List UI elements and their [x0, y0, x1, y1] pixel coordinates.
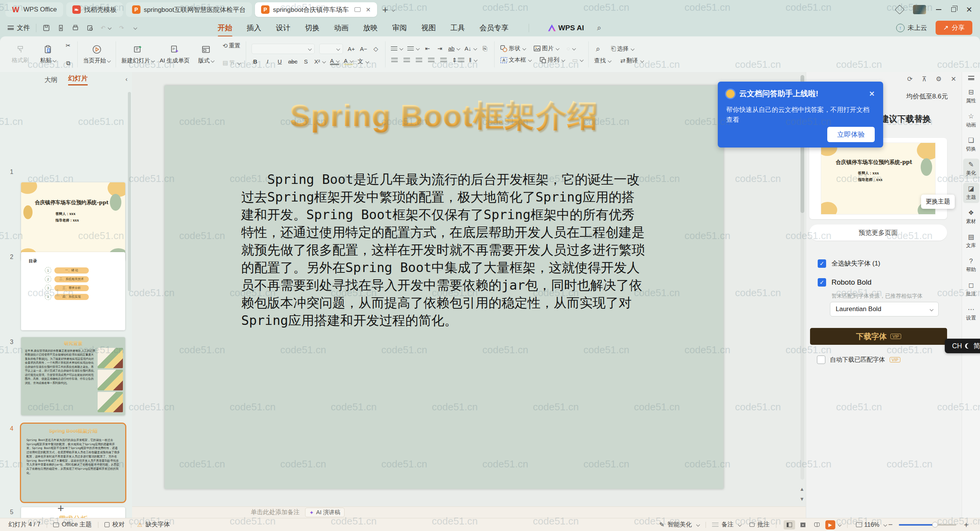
- reset-button[interactable]: ⟲重置: [222, 42, 240, 49]
- proofing-button[interactable]: 校对: [105, 521, 125, 529]
- menu-home[interactable]: 开始: [217, 20, 233, 36]
- arrange-button[interactable]: 排列: [539, 56, 565, 64]
- menu-review[interactable]: 审阅: [392, 20, 408, 36]
- bullets-button[interactable]: [391, 46, 403, 51]
- slide-thumbnail-5[interactable]: 需求分析: [21, 507, 125, 518]
- zoom-slider[interactable]: [899, 524, 956, 526]
- rail-properties[interactable]: ⊟属性: [963, 86, 979, 107]
- preview-more-button[interactable]: 预览更多页面: [809, 225, 947, 241]
- font-color-button[interactable]: A: [330, 58, 339, 65]
- ai-speech-button[interactable]: ✦ AI 演讲稿: [305, 508, 345, 517]
- next-slide-button[interactable]: ▼: [799, 495, 805, 503]
- collapse-panel-icon[interactable]: ‹: [126, 76, 127, 83]
- rail-beautify[interactable]: ✎美化: [963, 159, 979, 179]
- increase-indent-button[interactable]: ⇥: [436, 45, 444, 52]
- rail-theme[interactable]: ◪主题: [963, 183, 979, 203]
- menu-view[interactable]: 视图: [421, 20, 437, 36]
- rail-assets[interactable]: ❖素材: [963, 207, 979, 227]
- export-icon[interactable]: [57, 24, 65, 32]
- try-now-button[interactable]: 立即体验: [827, 127, 875, 142]
- phonetic-guide-button[interactable]: ab: [448, 45, 460, 52]
- align-right-button[interactable]: [415, 58, 423, 62]
- rail-library[interactable]: ▤文库: [963, 231, 979, 251]
- clear-format-icon[interactable]: ◇: [372, 45, 380, 52]
- notes-button[interactable]: 备注: [712, 521, 741, 529]
- menu-animation[interactable]: 动画: [333, 20, 350, 36]
- sidebar-scrollbar[interactable]: [128, 92, 131, 291]
- tab-docer-templates[interactable]: ❧ 找稻壳模板: [66, 2, 123, 17]
- similar-font-select[interactable]: Laurentian Bold: [830, 302, 939, 316]
- play-from-current-button[interactable]: 当页开始: [83, 44, 110, 64]
- print-preview-icon[interactable]: [86, 24, 94, 32]
- font-size-select[interactable]: [319, 44, 343, 54]
- redo-icon[interactable]: ↷: [118, 25, 126, 31]
- zoom-in-button[interactable]: ＋: [961, 520, 972, 530]
- select-all-fonts-row[interactable]: ✓ 全选缺失字体 (1): [818, 259, 880, 268]
- minimize-button[interactable]: [936, 9, 941, 10]
- undo-icon[interactable]: ↶: [101, 25, 111, 31]
- rail-transition[interactable]: ❏切换: [963, 134, 979, 155]
- menu-insert[interactable]: 插入: [246, 20, 262, 36]
- tab-wps-home[interactable]: W WPS Office: [5, 2, 63, 17]
- strikethrough-button[interactable]: abc: [288, 58, 297, 65]
- zoom-level[interactable]: 116%: [864, 521, 887, 528]
- find-button[interactable]: 查找: [594, 57, 611, 64]
- menu-design[interactable]: 设计: [275, 20, 291, 36]
- slide-thumbnail-1[interactable]: 合庆镇停车场车位预约系统-ppt 答辩人：xxx 指导老师：xxx: [21, 182, 125, 261]
- checkbox-unchecked-icon[interactable]: ✓: [817, 356, 825, 364]
- slideshow-play-button[interactable]: ▶: [825, 520, 835, 529]
- ai-generate-page-button[interactable]: P AI 生成单页: [160, 44, 189, 64]
- save-icon[interactable]: [42, 24, 50, 32]
- rail-settings[interactable]: ⋯设置: [963, 303, 979, 324]
- outline-color-button[interactable]: ▭: [572, 57, 583, 64]
- pinyin-button[interactable]: 文: [358, 58, 369, 65]
- highlight-button[interactable]: A: [344, 58, 353, 65]
- menu-member[interactable]: 会员专享: [479, 20, 510, 36]
- rail-help[interactable]: ?帮助: [963, 255, 979, 275]
- zoom-slider-knob[interactable]: [932, 522, 938, 528]
- current-slide[interactable]: Spring Boot框架介绍 Spring Boot是近几年最为流行的后台开发…: [165, 85, 724, 489]
- justify-button[interactable]: [428, 58, 435, 62]
- checkbox-checked-icon[interactable]: ✓: [818, 278, 826, 287]
- slide-body-text[interactable]: Spring Boot是近几年最为流行的后台开发框架，它的诞生一改过去Sprin…: [241, 170, 647, 329]
- copy-icon[interactable]: ⧉: [64, 60, 72, 67]
- tab-document-parking[interactable]: P springboot合庆镇停车场车 ✕: [255, 2, 377, 17]
- format-painter-button[interactable]: 格式刷: [9, 45, 31, 64]
- rail-animation[interactable]: ☆动画: [963, 110, 979, 131]
- normal-view-button[interactable]: [784, 520, 795, 529]
- paste-button[interactable]: 粘贴: [37, 45, 59, 64]
- shapes-button[interactable]: 形状: [500, 45, 526, 52]
- smart-beautify-button[interactable]: ✎智能美化: [659, 521, 699, 529]
- tab-list-chevron-icon[interactable]: [391, 8, 395, 11]
- italic-button[interactable]: I: [264, 58, 271, 65]
- layout-button[interactable]: 版式: [195, 44, 217, 64]
- find-search-icon[interactable]: ⌕: [594, 44, 602, 53]
- present-monitor-icon[interactable]: [354, 7, 361, 12]
- slide-thumbnail-2[interactable]: 目录 1一、绪 论 2二、系统相关技术 3三、需求分析 4四、系统实现: [21, 252, 125, 330]
- play-options-chevron-icon[interactable]: [838, 523, 841, 527]
- new-slide-button[interactable]: 新建幻灯片: [121, 44, 154, 64]
- zoom-out-button[interactable]: −: [887, 520, 894, 529]
- download-font-button[interactable]: 下载字体 VIP: [810, 328, 947, 345]
- align-center-button[interactable]: [403, 58, 411, 62]
- decrease-indent-button[interactable]: ⇤: [424, 45, 431, 52]
- font-row[interactable]: ✓ Roboto Bold: [818, 278, 872, 287]
- theme-button[interactable]: Office 主题: [53, 521, 92, 529]
- text-shadow-button[interactable]: S: [302, 58, 310, 65]
- tab-outline[interactable]: 大纲: [44, 75, 57, 84]
- file-menu[interactable]: 文件: [8, 23, 30, 32]
- menu-tools[interactable]: 工具: [450, 20, 466, 36]
- quick-access-chevron-icon[interactable]: [133, 26, 137, 30]
- rail-comments[interactable]: ◻批注: [963, 279, 979, 300]
- cut-icon[interactable]: ✂: [64, 42, 72, 49]
- print-icon[interactable]: [72, 24, 79, 32]
- comments-button[interactable]: 批注: [750, 521, 770, 529]
- section-button[interactable]: ▤节: [222, 59, 240, 67]
- line-spacing-button[interactable]: ⇕: [452, 57, 465, 64]
- user-avatar[interactable]: [913, 5, 926, 14]
- new-tab-button[interactable]: +: [382, 4, 388, 16]
- select-button[interactable]: ⎗选择: [611, 45, 634, 52]
- align-left-button[interactable]: [391, 58, 399, 62]
- restore-button[interactable]: [951, 7, 956, 12]
- ime-indicator[interactable]: CH 简: [945, 339, 980, 353]
